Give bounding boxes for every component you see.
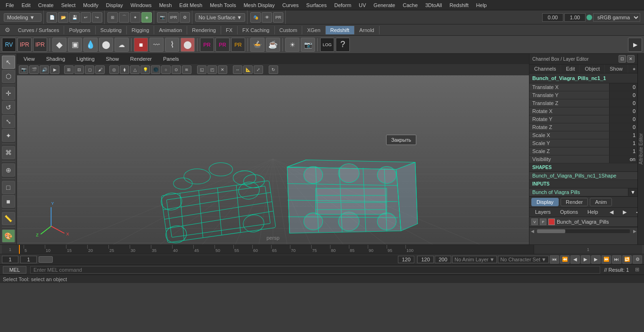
attr-value-sy[interactable]: 1 <box>609 139 637 147</box>
menu-create[interactable]: Create <box>34 1 58 9</box>
gamma-dot[interactable] <box>586 15 592 20</box>
menu-modify[interactable]: Modify <box>79 1 102 9</box>
vp-menu-lighting[interactable]: Lighting <box>74 55 98 63</box>
shelf-icon-wave2[interactable]: ⌇ <box>165 38 179 52</box>
playback-settings-btn[interactable]: ⚙ <box>633 255 642 264</box>
vp-wire-btn[interactable]: ⊟ <box>74 65 84 74</box>
ch-float-btn[interactable]: ⊡ <box>619 55 626 63</box>
layer-arrow-left2[interactable]: ◀ <box>632 209 637 216</box>
snap-active-btn[interactable]: ◈ <box>141 12 152 23</box>
shelf-tab-rigging[interactable]: Rigging <box>127 26 154 34</box>
shelf-icon-sun[interactable]: ☀ <box>285 38 299 52</box>
vp-menu-shading[interactable]: Shading <box>43 55 68 63</box>
shelf-icon-log[interactable]: LOG <box>320 38 334 52</box>
playback-loop-btn[interactable]: 🔁 <box>622 255 632 264</box>
shelf-tab-polygons[interactable]: Polygons <box>64 26 95 34</box>
shelf-tab-rendering[interactable]: Rendering <box>187 26 221 34</box>
new-scene-btn[interactable]: 📄 <box>47 12 57 23</box>
vp-toon-btn[interactable]: 🖌 <box>95 65 105 74</box>
ipr-btn[interactable]: IPR <box>168 12 179 23</box>
shelf-icon-box[interactable]: ▣ <box>68 38 82 52</box>
vp-menu-view[interactable]: View <box>21 55 38 63</box>
shelf-icon-circ[interactable]: ⬤ <box>181 38 195 52</box>
shelf-tab-sculpting[interactable]: Sculpting <box>96 26 127 34</box>
menu-deform[interactable]: Deform <box>330 1 355 9</box>
res-btn[interactable]: PR <box>273 12 283 23</box>
lasso-tool-btn[interactable]: ⬡ <box>2 70 15 83</box>
mel-python-toggle[interactable]: MEL <box>3 266 26 274</box>
shape-name[interactable]: Bunch_of_Viagra_Pills_nc1_1Shape <box>529 172 637 179</box>
disp-tab-display[interactable]: Display <box>531 198 559 206</box>
live-dropdown[interactable]: No Live Surface ▼ <box>195 13 245 22</box>
shelf-tab-fx-caching[interactable]: FX Caching <box>238 26 274 34</box>
vp-xray-btn[interactable]: ✕ <box>218 65 227 74</box>
vp-menu-panels[interactable]: Panels <box>160 55 182 63</box>
layer-color-swatch[interactable] <box>548 219 555 225</box>
render-settings-btn[interactable]: ⚙ <box>180 12 190 23</box>
vp-sound-btn[interactable]: 🔊 <box>40 65 49 74</box>
snap-face-btn[interactable]: ■ <box>2 195 15 208</box>
snap-poly-btn[interactable]: □ <box>2 181 15 194</box>
shelf-icon-question[interactable]: ? <box>336 38 350 52</box>
layer-p-btn[interactable]: P <box>540 219 546 225</box>
playback-rewind-btn[interactable]: ⏮ <box>550 255 559 264</box>
isolate-btn[interactable]: 👁 <box>262 12 272 23</box>
time-ruler[interactable]: 5 10 15 20 25 30 35 40 45 50 55 60 65 70… <box>19 245 534 254</box>
save-btn[interactable]: 💾 <box>69 12 80 23</box>
snap-point-btn[interactable]: ✦ <box>130 12 140 23</box>
vp-fit-btn[interactable]: ⤢ <box>254 65 263 74</box>
end-frame-input[interactable] <box>398 256 414 263</box>
snap-grid-btn[interactable]: ⊞ <box>107 12 118 23</box>
attr-value-vis[interactable]: on <box>609 155 637 163</box>
menu-generate[interactable]: Generate <box>370 1 399 9</box>
attr-value-tx[interactable]: 0 <box>609 83 637 91</box>
disp-tab-render[interactable]: Render <box>561 198 588 206</box>
shelf-tab-curves[interactable]: Curves / Surfaces <box>13 26 64 34</box>
scroll-left-arrow[interactable]: ◀ <box>529 228 535 234</box>
shelf-icon-ipr[interactable]: IPR <box>17 38 32 52</box>
mode-dropdown[interactable]: Modeling ▼ <box>4 13 41 22</box>
menu-edit[interactable]: Edit <box>18 1 34 9</box>
shelf-icon-sphere[interactable]: ⬤ <box>99 38 113 52</box>
scale-tool-btn[interactable]: ⤡ <box>2 115 15 128</box>
scroll-right-arrow[interactable]: ▶ <box>632 228 637 234</box>
vp-dof-btn[interactable]: ⊙ <box>172 65 181 74</box>
vp-ao-btn[interactable]: ○ <box>161 65 171 74</box>
shelf-tab-xgen[interactable]: XGen <box>302 26 325 34</box>
vp-isolate-btn[interactable]: ◎ <box>109 65 119 74</box>
anim-range-bar[interactable] <box>39 256 53 263</box>
sub-tab-help[interactable]: Help <box>584 209 602 216</box>
ch-tab-edit[interactable]: Edit <box>561 65 580 73</box>
anim-progress[interactable] <box>39 255 415 264</box>
shelf-scroll-right[interactable]: ▶ <box>628 38 642 52</box>
scroll-thumb[interactable] <box>537 229 565 233</box>
current-frame-input[interactable] <box>2 256 18 263</box>
redo-btn[interactable]: ↪ <box>92 12 102 23</box>
anim-start-input[interactable] <box>417 256 434 263</box>
vp-cam-btn[interactable]: 📷 <box>19 65 28 74</box>
soft-sel-btn[interactable]: ⌘ <box>2 146 15 159</box>
show-manip-btn[interactable]: ⊕ <box>2 163 15 177</box>
vp-shadow-btn[interactable]: 🌑 <box>151 65 160 74</box>
vp-hq-btn[interactable]: ◰ <box>207 65 217 74</box>
vp-anim-btn[interactable]: ▶ <box>50 65 59 74</box>
menu-uv[interactable]: UV <box>355 1 370 9</box>
attr-value-ty[interactable]: 0 <box>609 91 637 99</box>
shelf-icon-cup[interactable]: ☕ <box>266 38 280 52</box>
command-input[interactable] <box>30 266 600 274</box>
menu-help[interactable]: Help <box>472 1 491 9</box>
close-tooltip[interactable]: Закрыть <box>386 135 416 145</box>
shelf-gear-icon[interactable]: ⚙ <box>2 24 13 36</box>
playback-step-fwd-btn[interactable]: ▶ <box>591 255 601 264</box>
coord-x-input[interactable] <box>542 13 563 22</box>
expand-icon[interactable]: ⊞ <box>633 266 641 274</box>
vp-menu-show[interactable]: Show <box>103 55 122 63</box>
attr-value-rz[interactable]: 0 <box>609 123 637 131</box>
menu-edit-mesh[interactable]: Edit Mesh <box>175 1 206 9</box>
char-set-dropdown[interactable]: No Character Set ▼ <box>498 256 549 263</box>
shelf-tab-arnold[interactable]: Arnold <box>355 26 380 34</box>
menu-surfaces[interactable]: Surfaces <box>303 1 330 9</box>
menu-redshift[interactable]: Redshift <box>446 1 472 9</box>
ch-tab-object[interactable]: Object <box>580 65 605 73</box>
move-tool-btn[interactable]: ✛ <box>2 87 15 100</box>
